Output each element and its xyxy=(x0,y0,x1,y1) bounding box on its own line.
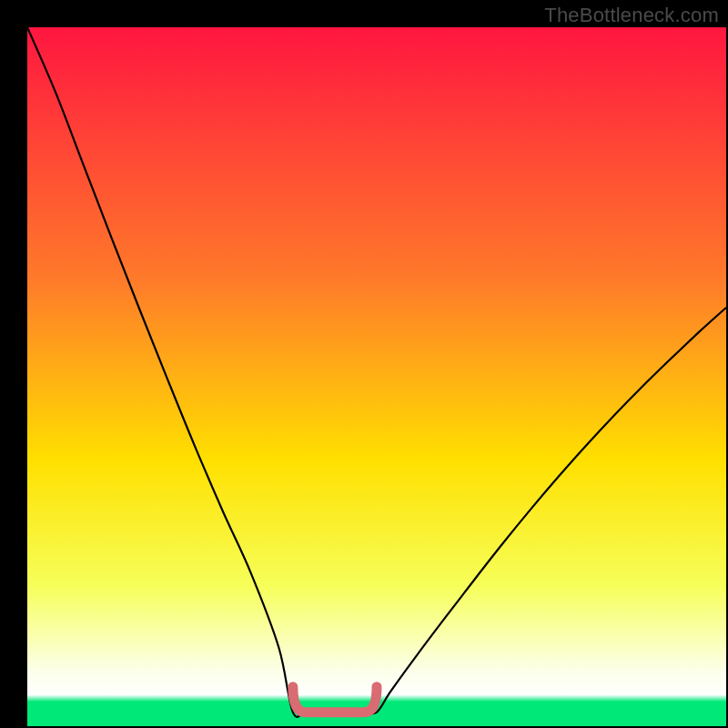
bottleneck-chart xyxy=(0,0,728,728)
watermark-text: TheBottleneck.com xyxy=(544,4,719,27)
chart-frame: TheBottleneck.com xyxy=(0,0,728,728)
gradient-background xyxy=(27,27,726,726)
